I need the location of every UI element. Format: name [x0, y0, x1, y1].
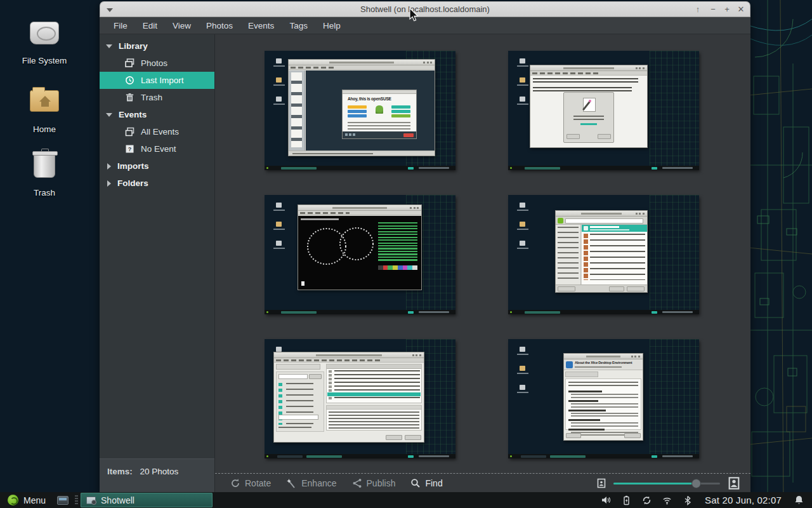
enhance-button[interactable]: Enhance: [278, 476, 344, 491]
mini-label: [517, 84, 528, 86]
mini-taskbar: [265, 310, 455, 314]
menu-help[interactable]: Help: [317, 18, 347, 33]
sidebar-item-all-events[interactable]: All Events: [100, 123, 214, 140]
shotwell-task-button[interactable]: Shotwell: [81, 493, 213, 507]
shade-icon[interactable]: ↑: [691, 4, 704, 15]
rotate-icon: [230, 478, 240, 488]
battery-icon[interactable]: [621, 495, 632, 505]
mini-menubar: [298, 211, 421, 215]
mini-label: [273, 248, 285, 249]
sidebar-item-photos[interactable]: Photos: [100, 55, 214, 72]
show-desktop-icon[interactable]: [57, 496, 69, 505]
thumb-small-icon[interactable]: [596, 478, 607, 489]
mini-terminal-body: [298, 216, 421, 290]
mini-label: [273, 65, 285, 67]
titlebar[interactable]: Shotwell (on localhost.localdomain) ↑ − …: [100, 1, 750, 17]
mini-viewer-canvas: Ahoy, this is openSUSE: [306, 70, 435, 150]
close-icon[interactable]: ✕: [735, 4, 747, 15]
mini-dialog-heading: Ahoy, this is openSUSE: [348, 97, 391, 101]
bluetooth-icon[interactable]: [682, 495, 693, 505]
photo-thumbnail-4[interactable]: [508, 195, 699, 314]
mini-wallpaper: [650, 51, 699, 170]
find-label: Find: [425, 478, 442, 488]
mini-label: [517, 354, 528, 355]
wifi-icon[interactable]: [662, 495, 672, 505]
expander-closed-icon[interactable]: [107, 180, 111, 187]
bell-icon[interactable]: [794, 495, 804, 505]
mini-titlebar: [289, 60, 435, 65]
mini-label: [517, 65, 528, 67]
mini-close-button: [624, 433, 641, 438]
mini-taskbar: [508, 166, 699, 170]
mini-label: [273, 84, 285, 86]
publish-label: Publish: [367, 478, 396, 488]
sidebar-section-events[interactable]: Events: [100, 106, 214, 123]
publish-button[interactable]: Publish: [344, 476, 403, 491]
photo-thumbnail-6[interactable]: About the Xfce Desktop Environment: [508, 339, 699, 458]
photo-thumbnail-5[interactable]: [265, 339, 455, 458]
minimize-icon[interactable]: −: [707, 4, 719, 15]
sidebar-section-library[interactable]: Library: [100, 37, 214, 55]
photo-thumbnail-3[interactable]: [265, 195, 455, 314]
section-label: Imports: [117, 161, 149, 171]
menu-tags[interactable]: Tags: [283, 18, 314, 33]
menu-events[interactable]: Events: [242, 18, 280, 33]
sidebar: Library Photos Last Import: [100, 34, 215, 493]
clock[interactable]: Sat 20 Jun, 02:07: [705, 495, 782, 505]
menu-photos[interactable]: Photos: [200, 18, 239, 33]
desktop-icon-label: Trash: [10, 188, 79, 197]
mini-wallpaper: [650, 339, 699, 458]
opensuse-gecko-icon: [8, 495, 18, 505]
mini-desktop-icon: [520, 203, 525, 208]
desktop-icon-filesystem[interactable]: File System: [10, 18, 79, 65]
desktop-icon-trash[interactable]: Trash: [10, 151, 79, 197]
enhance-wand-icon: [286, 478, 297, 489]
shotwell-app-icon: [86, 497, 96, 504]
find-button[interactable]: Find: [403, 476, 450, 491]
mini-label: [517, 104, 528, 105]
item-label: Photos: [141, 58, 167, 68]
menu-view[interactable]: View: [166, 18, 197, 33]
mini-label: [273, 104, 285, 105]
desktop-icon-home[interactable]: Home: [10, 85, 79, 134]
volume-icon[interactable]: [601, 495, 612, 505]
mini-window-yast: [273, 352, 424, 443]
rotate-button[interactable]: Rotate: [223, 476, 278, 491]
expander-closed-icon[interactable]: [107, 163, 111, 170]
mini-cursor-block: [301, 281, 304, 286]
photo-thumbnail-2[interactable]: [508, 51, 699, 170]
sidebar-item-no-event[interactable]: ? No Event: [100, 140, 214, 157]
menu-file[interactable]: File: [107, 18, 134, 33]
mini-desktop-icon: [276, 58, 282, 64]
mini-button: [598, 134, 611, 139]
home-folder-icon: [30, 90, 59, 119]
mini-menubar: [274, 358, 424, 363]
expander-open-icon[interactable]: [106, 113, 112, 117]
mini-window-app-finder: [555, 210, 648, 293]
history-clock-icon: [125, 76, 134, 85]
mini-color-palette: [378, 265, 417, 270]
photo-thumbnail-1[interactable]: Ahoy, this is openSUSE: [265, 51, 455, 170]
sidebar-section-imports[interactable]: Imports: [100, 157, 214, 175]
sidebar-item-trash[interactable]: Trash: [100, 89, 214, 106]
sync-icon[interactable]: [641, 495, 652, 505]
thumb-large-icon[interactable]: [726, 476, 742, 491]
mini-taskbar: [508, 454, 699, 458]
maximize-icon[interactable]: +: [721, 4, 733, 15]
slider-knob[interactable]: [691, 479, 701, 488]
item-label: All Events: [141, 127, 179, 137]
menu-edit[interactable]: Edit: [136, 18, 164, 33]
sidebar-section-folders[interactable]: Folders: [100, 175, 214, 192]
find-magnifier-icon: [410, 478, 421, 488]
applications-menu-button[interactable]: Menu: [0, 492, 53, 508]
mini-titlebar: [564, 354, 643, 359]
photos-icon: [125, 58, 134, 68]
mini-window-mousepad: [530, 65, 648, 148]
mini-neofetch-info: [378, 222, 417, 262]
mini-titlebar: [556, 211, 647, 217]
thumbnail-zoom-slider[interactable]: [613, 478, 720, 488]
section-label: Folders: [117, 178, 148, 188]
desktop-icon-label: Home: [10, 124, 79, 134]
sidebar-item-last-import[interactable]: Last Import: [100, 72, 214, 89]
expander-open-icon[interactable]: [106, 44, 112, 48]
